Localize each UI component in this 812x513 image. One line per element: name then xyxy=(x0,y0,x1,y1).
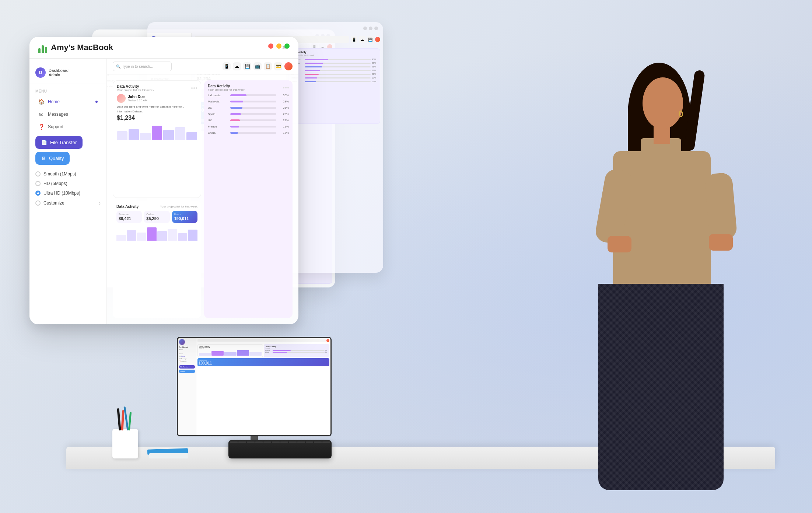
track-us xyxy=(230,107,276,109)
card-header-left: Data Activity Your project list for this… xyxy=(117,84,197,92)
key-11 xyxy=(314,442,322,443)
quality-option-customize[interactable]: Customize › xyxy=(35,198,101,208)
inner-fill-us xyxy=(305,66,322,67)
monitor-menu-label: Menu xyxy=(179,353,195,355)
key-8 xyxy=(289,442,297,443)
key-4 xyxy=(255,442,263,443)
pct-china: 17% xyxy=(279,131,289,135)
inner-data-row-uk: UK 21% xyxy=(291,73,378,75)
bar-3 xyxy=(45,47,47,53)
inner-fill-france xyxy=(305,77,318,78)
card-subtitle-text: Your project list for this week xyxy=(117,88,154,92)
track-uk xyxy=(230,119,276,121)
fill-malaysia xyxy=(230,101,243,102)
right-card-header: Data Activity Your project list for this… xyxy=(208,84,289,91)
radio-hd[interactable] xyxy=(35,181,41,186)
topbar-icon-tv[interactable]: 📺 xyxy=(253,62,262,70)
inner-icon-3[interactable]: 💾 xyxy=(367,36,374,43)
monitor-ft-btn: File Transfer xyxy=(179,365,195,369)
sidebar-item-home[interactable]: 🏠 Home xyxy=(32,95,104,108)
quality-options: Smooth (1Mbps) HD (5Mbps) Ultra HD (10Mb… xyxy=(29,166,106,211)
right-card-subtitle: Your project list for this week xyxy=(208,88,245,91)
sidebar-item-messages[interactable]: ✉ Messages xyxy=(32,108,104,121)
bottom-card-subtitle: Your project list for this week xyxy=(160,205,197,208)
quality-icon: 🖥 xyxy=(41,156,46,161)
dot-yellow[interactable] xyxy=(276,43,281,49)
customize-row-inner: Customize xyxy=(35,200,64,206)
data-row-france: France 19% xyxy=(208,125,289,128)
monitor-blue-label: Data Activity xyxy=(199,359,328,361)
quality-option-uhd[interactable]: Ultra HD (10Mbps) xyxy=(35,188,101,198)
label-uk: UK xyxy=(208,119,228,122)
inner-data-row-france: France 19% xyxy=(291,77,378,79)
act-bar-1 xyxy=(116,235,126,241)
monitor-avatar xyxy=(179,339,185,345)
file-transfer-label: File Transfer xyxy=(50,140,77,145)
quality-option-hd[interactable]: HD (5Mbps) xyxy=(35,179,101,188)
dot-green[interactable] xyxy=(284,43,290,49)
right-card-dots xyxy=(283,87,289,88)
inner-icon-1[interactable]: 📱 xyxy=(351,36,357,43)
monitor-content: Dashboard Admin Menu 🏠 Home ✉ Messages ❓… xyxy=(178,338,330,435)
track-indonesia xyxy=(230,94,276,96)
topbar-icon-save[interactable]: 💾 xyxy=(243,62,251,70)
fill-china xyxy=(230,132,238,134)
data-row-us: US 26% xyxy=(208,106,289,109)
quality-button[interactable]: 🖥 Quality xyxy=(35,152,70,165)
inner-pct-malaysia: 28% xyxy=(372,62,378,64)
topbar-icon-clipboard[interactable]: 📋 xyxy=(264,62,272,70)
customize-label: Customize xyxy=(43,200,64,206)
card-dots xyxy=(191,87,197,89)
quality-option-smooth[interactable]: Smooth (1Mbps) xyxy=(35,169,101,179)
notebook-2 xyxy=(149,453,188,458)
inner-fill-uk xyxy=(305,74,319,75)
inner-pct-indonesia: 35% xyxy=(372,58,378,60)
mini-bar-5 xyxy=(163,130,174,140)
topbar-icon-mobile[interactable]: 📱 xyxy=(223,62,231,70)
main-ui-panel: Amy's MacBook × D Dashboard Admin Menu xyxy=(29,37,298,324)
file-transfer-button[interactable]: 📄 File Transfer xyxy=(35,136,83,149)
sidebar-item-support[interactable]: ❓ Support xyxy=(32,121,104,133)
radio-smooth[interactable] xyxy=(35,171,41,177)
search-icon: 🔍 xyxy=(116,64,120,69)
radio-customize[interactable] xyxy=(35,200,41,206)
data-title-sm: Data title here and write here for data … xyxy=(117,105,197,108)
inner-fill-indonesia xyxy=(305,59,328,60)
right-dot-1 xyxy=(283,87,284,88)
label-spain: Spain xyxy=(208,112,228,116)
monitor-screen-inner: Dashboard Admin Menu 🏠 Home ✉ Messages ❓… xyxy=(178,338,330,435)
monitor-admin-label: Admin xyxy=(179,349,195,350)
inner-track-malaysia xyxy=(305,63,371,64)
topbar-icon-card[interactable]: 💳 xyxy=(274,62,282,70)
key-10 xyxy=(306,442,314,443)
card-dot-2 xyxy=(193,87,195,89)
topbar-icon-cloud[interactable]: ☁ xyxy=(233,62,241,70)
monitor-home: 🏠 Home xyxy=(179,355,195,357)
pen-cup xyxy=(112,429,138,458)
act-bar-4 xyxy=(147,227,157,241)
scene: Dashboard Admin Menu 🏠 Home ✉ Messages ❓… xyxy=(0,0,812,513)
monitor-card-1-sub: Project list xyxy=(199,348,262,349)
key-1 xyxy=(230,442,238,443)
right-dot-3 xyxy=(287,87,289,88)
stat-value-2: $5,290 xyxy=(146,216,167,221)
chevron-right-icon: › xyxy=(99,200,101,206)
pct-uk: 21% xyxy=(279,119,289,122)
inner-icon-2[interactable]: ☁ xyxy=(359,36,365,43)
monitor-blue-value: 190,011 xyxy=(199,361,328,365)
card-title-left: Data Activity Your project list for this… xyxy=(117,84,154,92)
track-malaysia xyxy=(230,101,276,102)
inner-fill-spain xyxy=(305,70,320,71)
dash-topbar: 🔍 Type in to search... 📱 ☁ 💾 📺 📋 💳 xyxy=(107,59,298,74)
pct-indonesia: 35% xyxy=(279,94,289,97)
inner-activity-sub: Your project list for this week xyxy=(291,54,378,56)
monitor-card-2-sub: This week xyxy=(265,348,328,349)
inner-track-us xyxy=(305,66,371,67)
inner-data-row-indonesia: Indonesia 35% xyxy=(291,58,378,60)
dot-red[interactable] xyxy=(268,43,273,49)
radio-uhd[interactable] xyxy=(35,191,41,196)
act-bar-7 xyxy=(178,233,188,241)
inner-data-row-spain: Spain 23% xyxy=(291,69,378,71)
pct-us: 26% xyxy=(279,106,289,109)
search-box[interactable]: 🔍 Type in to search... xyxy=(113,62,172,71)
